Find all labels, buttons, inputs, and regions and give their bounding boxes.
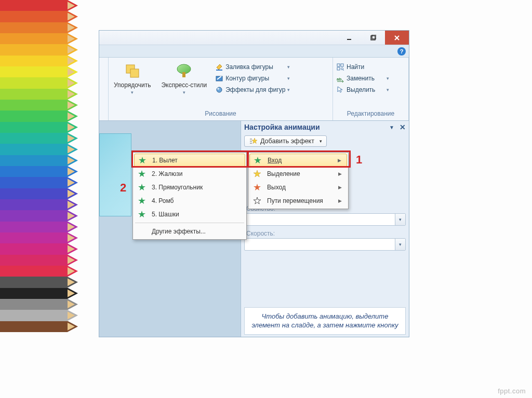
menu-item-diamond[interactable]: 4. Ромб: [134, 194, 245, 208]
help-icon[interactable]: ?: [397, 47, 406, 56]
motion-icon: [251, 197, 263, 204]
svg-marker-31: [138, 211, 145, 217]
titlebar: [99, 31, 409, 45]
entrance-icon: [252, 157, 263, 164]
svg-marker-25: [254, 184, 261, 190]
annotation-number-2: 2: [120, 181, 126, 195]
svg-marker-29: [138, 184, 145, 190]
exit-icon: [251, 184, 263, 191]
menu-item-label: 3. Прямоугольник: [152, 184, 240, 191]
svg-marker-27: [139, 157, 146, 163]
shape-effects-button[interactable]: Эффекты для фигур ▾: [213, 85, 292, 95]
add-effect-button[interactable]: Добавить эффект ▾: [244, 135, 327, 147]
svg-rect-2: [372, 35, 376, 39]
property-combo[interactable]: ▾: [244, 213, 406, 226]
entrance-star-icon: [136, 211, 148, 218]
drawing-group-label: Рисование: [110, 110, 331, 120]
submenu-arrow-icon: ▶: [338, 185, 342, 190]
entrance-star-icon: [137, 157, 148, 164]
menu-item-label: 1. Вылет: [152, 157, 240, 164]
replace-button[interactable]: ab Заменить ▾: [334, 73, 391, 84]
svg-marker-23: [254, 157, 261, 163]
svg-point-11: [217, 87, 222, 92]
svg-rect-6: [130, 69, 139, 77]
quick-styles-button[interactable]: Экспресс-стили ▾: [157, 60, 211, 97]
svg-rect-13: [337, 64, 340, 66]
hint-box: Чтобы добавить анимацию, выделите элемен…: [244, 307, 406, 335]
replace-label: Заменить: [347, 75, 375, 82]
svg-rect-15: [337, 67, 340, 70]
annotation-number-1: 1: [356, 153, 362, 167]
menu-item-entrance[interactable]: Вход ▶: [249, 154, 347, 167]
find-label: Найти: [347, 63, 364, 71]
effect-type-menu: Вход ▶ Выделение ▶ Выход ▶ Пути перемеще…: [248, 152, 349, 209]
menu-item-label: Пути перемещения: [267, 197, 334, 204]
menu-item-label: 4. Ромб: [152, 197, 240, 204]
entrance-star-icon: [136, 197, 148, 204]
quick-styles-label: Экспресс-стили: [161, 81, 207, 89]
pane-title: Настройка анимации: [244, 123, 320, 131]
menu-item-blinds[interactable]: 2. Жалюзи: [134, 167, 245, 181]
arrange-label: Упорядочить: [114, 81, 151, 89]
watermark: fppt.com: [498, 387, 526, 395]
select-label: Выделить: [347, 86, 375, 93]
shape-fill-label: Заливка фигуры: [225, 63, 273, 71]
shape-effects-label: Эффекты для фигур: [225, 86, 285, 93]
app-window: ? Упорядочить ▾ Экспресс-стили ▾: [99, 30, 409, 337]
svg-rect-1: [371, 36, 375, 40]
slide-thumbnail: [99, 133, 131, 216]
svg-marker-30: [138, 197, 145, 204]
ribbon: Упорядочить ▾ Экспресс-стили ▾ Заливка ф…: [99, 58, 409, 121]
menu-item-emphasis[interactable]: Выделение ▶: [249, 167, 347, 181]
svg-rect-9: [216, 70, 222, 71]
entrance-star-icon: [136, 184, 148, 191]
close-button[interactable]: [385, 31, 409, 45]
svg-marker-26: [254, 197, 261, 204]
shape-fill-button[interactable]: Заливка фигуры ▾: [213, 62, 292, 72]
menu-item-box[interactable]: 3. Прямоугольник: [134, 181, 245, 194]
menu-item-label: Выделение: [267, 170, 334, 177]
svg-rect-8: [182, 72, 185, 77]
submenu-arrow-icon: ▶: [338, 171, 342, 176]
arrange-button[interactable]: Упорядочить ▾: [110, 60, 155, 97]
speed-combo[interactable]: ▾: [244, 238, 406, 251]
submenu-arrow-icon: ▶: [338, 158, 341, 163]
minimize-button[interactable]: [337, 31, 361, 45]
svg-rect-10: [216, 76, 222, 81]
shape-outline-label: Контур фигуры: [225, 75, 269, 82]
find-button[interactable]: Найти: [334, 62, 391, 72]
pane-options-icon[interactable]: ▼: [389, 125, 394, 130]
field-speed-label: Скорость:: [246, 230, 406, 237]
svg-marker-24: [254, 170, 261, 177]
svg-marker-28: [138, 170, 145, 177]
entrance-effects-menu: 1. Вылет 2. Жалюзи 3. Прямоугольник 4. Р…: [132, 152, 247, 240]
help-bar: ?: [99, 45, 409, 58]
pane-close-icon[interactable]: ✕: [400, 123, 406, 131]
select-button[interactable]: Выделить ▾: [334, 85, 391, 95]
editing-group-label: Редактирование: [334, 110, 407, 120]
menu-item-label: Другие эффекты...: [152, 228, 240, 235]
menu-item-more-effects[interactable]: Другие эффекты...: [134, 225, 245, 238]
svg-marker-22: [252, 138, 257, 144]
submenu-arrow-icon: ▶: [338, 198, 342, 203]
svg-text:ab: ab: [337, 77, 341, 81]
menu-item-exit[interactable]: Выход ▶: [249, 181, 347, 194]
menu-item-motion-paths[interactable]: Пути перемещения ▶: [249, 194, 347, 208]
svg-line-17: [343, 70, 344, 71]
menu-item-label: Вход: [268, 157, 334, 164]
entrance-star-icon: [136, 170, 148, 177]
svg-rect-14: [341, 64, 343, 66]
menu-item-label: 5. Шашки: [152, 211, 240, 218]
menu-item-fly-in[interactable]: 1. Вылет: [134, 154, 245, 167]
svg-point-16: [341, 68, 343, 70]
emphasis-icon: [251, 170, 263, 177]
menu-item-checkerboard[interactable]: 5. Шашки: [134, 208, 245, 221]
menu-item-label: Выход: [267, 184, 334, 191]
pencils-decoration: [0, 0, 78, 332]
shape-outline-button[interactable]: Контур фигуры ▾: [213, 73, 292, 84]
menu-item-label: 2. Жалюзи: [152, 170, 240, 177]
svg-point-12: [217, 88, 219, 90]
maximize-button[interactable]: [361, 31, 385, 45]
add-effect-label: Добавить эффект: [260, 138, 314, 145]
